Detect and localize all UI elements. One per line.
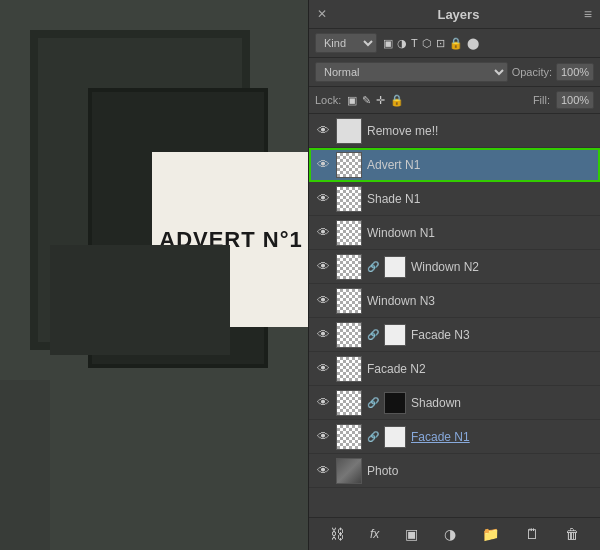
mask-thumb-windown-n2 — [384, 256, 406, 278]
layer-name-facade-n1: Facade N1 — [411, 430, 594, 444]
lock-paint-icon[interactable]: ✎ — [362, 94, 371, 107]
kind-select[interactable]: Kind Name Effect Mode — [315, 33, 377, 53]
pixel-filter-icon[interactable]: ▣ — [383, 37, 393, 50]
link-icon-facade-n3[interactable]: 🔗 — [367, 329, 379, 340]
layer-thumb-windown-n2 — [336, 254, 362, 280]
link-icon-facade-n1[interactable]: 🔗 — [367, 431, 379, 442]
lock-pixels-icon[interactable]: ▣ — [347, 94, 357, 107]
link-layers-icon[interactable]: ⛓ — [326, 524, 348, 544]
canvas-area: ADVERT N°1 — [0, 0, 308, 550]
layer-item-facade-n2[interactable]: 👁Facade N2 — [309, 352, 600, 386]
kind-icons: ▣ ◑ T ⬡ ⊡ 🔒 ⬤ — [383, 37, 479, 50]
layers-panel: ✕ Layers ≡ Kind Name Effect Mode ▣ ◑ T ⬡… — [308, 0, 600, 550]
lock-icons: ▣ ✎ ✛ 🔒 — [347, 94, 404, 107]
blend-mode-select[interactable]: Normal Multiply Screen Overlay — [315, 62, 508, 82]
lock-label: Lock: — [315, 94, 341, 106]
new-layer-icon[interactable]: 🗒 — [521, 524, 543, 544]
bottom-toolbar: ⛓ fx ▣ ◑ 📁 🗒 🗑 — [309, 517, 600, 550]
layer-thumb-facade-n3 — [336, 322, 362, 348]
lock-all-icon[interactable]: 🔒 — [390, 94, 404, 107]
opacity-input[interactable] — [556, 63, 594, 81]
panel-menu-icon[interactable]: ≡ — [584, 6, 592, 22]
delete-layer-icon[interactable]: 🗑 — [561, 524, 583, 544]
fx-icon[interactable]: fx — [366, 525, 383, 543]
eye-icon-facade-n2[interactable]: 👁 — [315, 361, 331, 376]
layer-name-shadown: Shadown — [411, 396, 594, 410]
layer-item-windown-n3[interactable]: 👁Windown N3 — [309, 284, 600, 318]
eye-icon-shade-n1[interactable]: 👁 — [315, 191, 331, 206]
layer-item-shade-n1[interactable]: 👁Shade N1 — [309, 182, 600, 216]
eye-icon-windown-n2[interactable]: 👁 — [315, 259, 331, 274]
opacity-label: Opacity: — [512, 66, 552, 78]
layer-item-shadown[interactable]: 👁🔗Shadown — [309, 386, 600, 420]
layer-item-advert-n1[interactable]: 👁Advert N1 — [309, 148, 600, 182]
layers-list: 👁Remove me!!👁Advert N1👁Shade N1👁Windown … — [309, 114, 600, 517]
layer-thumb-windown-n3 — [336, 288, 362, 314]
link-icon-windown-n2[interactable]: 🔗 — [367, 261, 379, 272]
lock-position-icon[interactable]: ✛ — [376, 94, 385, 107]
layer-thumb-remove-me — [336, 118, 362, 144]
adjustment-filter-icon[interactable]: ◑ — [397, 37, 407, 50]
layer-thumb-shadown — [336, 390, 362, 416]
layer-name-photo: Photo — [367, 464, 594, 478]
eye-icon-remove-me[interactable]: 👁 — [315, 123, 331, 138]
type-filter-icon[interactable]: T — [411, 37, 418, 49]
layer-item-facade-n3[interactable]: 👁🔗Facade N3 — [309, 318, 600, 352]
layer-name-facade-n3: Facade N3 — [411, 328, 594, 342]
mask-thumb-shadown — [384, 392, 406, 414]
kind-row: Kind Name Effect Mode ▣ ◑ T ⬡ ⊡ 🔒 ⬤ — [309, 29, 600, 58]
add-mask-icon[interactable]: ▣ — [401, 524, 422, 544]
color-filter-icon[interactable]: ⬤ — [467, 37, 479, 50]
layer-name-remove-me: Remove me!! — [367, 124, 594, 138]
eye-icon-shadown[interactable]: 👁 — [315, 395, 331, 410]
adjustment-icon[interactable]: ◑ — [440, 524, 460, 544]
new-group-icon[interactable]: 📁 — [478, 524, 503, 544]
layer-name-windown-n1: Windown N1 — [367, 226, 594, 240]
blend-row: Normal Multiply Screen Overlay Opacity: — [309, 58, 600, 87]
layer-name-advert-n1: Advert N1 — [367, 158, 594, 172]
eye-icon-advert-n1[interactable]: 👁 — [315, 157, 331, 172]
layer-thumb-photo — [336, 458, 362, 484]
lock-row: Lock: ▣ ✎ ✛ 🔒 Fill: — [309, 87, 600, 114]
smartobject-filter-icon[interactable]: ⊡ — [436, 37, 445, 50]
eye-icon-photo[interactable]: 👁 — [315, 463, 331, 478]
layer-thumb-facade-n2 — [336, 356, 362, 382]
eye-icon-windown-n3[interactable]: 👁 — [315, 293, 331, 308]
link-icon-shadown[interactable]: 🔗 — [367, 397, 379, 408]
layer-name-windown-n2: Windown N2 — [411, 260, 594, 274]
door-bottom-step — [50, 245, 230, 355]
panel-title: Layers — [437, 7, 479, 22]
panel-header: ✕ Layers ≡ — [309, 0, 600, 29]
layer-thumb-facade-n1 — [336, 424, 362, 450]
layer-item-facade-n1[interactable]: 👁🔗Facade N1 — [309, 420, 600, 454]
shape-filter-icon[interactable]: ⬡ — [422, 37, 432, 50]
layer-name-shade-n1: Shade N1 — [367, 192, 594, 206]
close-icon[interactable]: ✕ — [317, 7, 327, 21]
eye-icon-windown-n1[interactable]: 👁 — [315, 225, 331, 240]
layer-thumb-windown-n1 — [336, 220, 362, 246]
fill-input[interactable] — [556, 91, 594, 109]
layer-thumb-advert-n1 — [336, 152, 362, 178]
layer-thumb-shade-n1 — [336, 186, 362, 212]
layer-name-windown-n3: Windown N3 — [367, 294, 594, 308]
layer-item-remove-me[interactable]: 👁Remove me!! — [309, 114, 600, 148]
lock-filter-icon[interactable]: 🔒 — [449, 37, 463, 50]
eye-icon-facade-n1[interactable]: 👁 — [315, 429, 331, 444]
eye-icon-facade-n3[interactable]: 👁 — [315, 327, 331, 342]
left-decoration — [0, 380, 50, 550]
mask-thumb-facade-n3 — [384, 324, 406, 346]
layer-item-windown-n2[interactable]: 👁🔗Windown N2 — [309, 250, 600, 284]
layer-name-facade-n2: Facade N2 — [367, 362, 594, 376]
layer-item-photo[interactable]: 👁Photo — [309, 454, 600, 488]
mask-thumb-facade-n1 — [384, 426, 406, 448]
fill-label: Fill: — [533, 94, 550, 106]
layer-item-windown-n1[interactable]: 👁Windown N1 — [309, 216, 600, 250]
